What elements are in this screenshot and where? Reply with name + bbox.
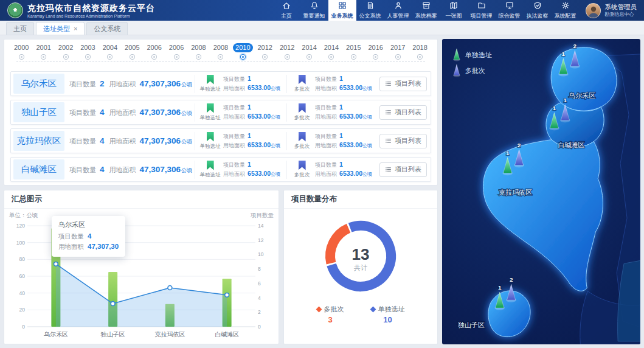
line-point-白碱滩区[interactable] [225,293,229,297]
nav-item-7[interactable]: 一张图 [440,0,468,21]
distribution-card: 项目数量分布 13 共计 多批次3单独选址10 [283,190,438,344]
timeline-year-2006-7[interactable]: 2006 [167,43,186,59]
nav-item-1[interactable]: 主页 [273,0,300,21]
line-point-克拉玛依区[interactable] [168,286,172,290]
user-info[interactable]: 系统管理员 勘测信息中心 [580,0,644,21]
project-list-button[interactable]: 项目列表 [379,77,427,91]
svg-text:6: 6 [258,280,261,287]
nav-item-11[interactable]: 系统配置 [552,0,580,21]
nav-item-label: 公文系统 [359,12,381,20]
list-icon [385,137,392,144]
timeline-year-2008-9[interactable]: 2008 [211,43,230,59]
line-point-乌尔禾区[interactable] [54,262,58,266]
timeline-year-2004-4[interactable]: 2004 [100,43,120,59]
year-label: 2012 [277,43,297,52]
project-list-button-label: 项目列表 [395,108,421,117]
map-district-label: 乌尔禾区 [568,92,595,99]
area-label: 用地面积 [109,165,136,175]
tooltip-label: 用地面积 [58,242,84,252]
nav-item-4[interactable]: 公文系统 [356,0,384,21]
summary-chart-svg[interactable]: 02040608010012002468101214乌尔禾区独山子区克拉玛依区白… [5,221,277,340]
app-subtitle: Karamay Land and Resources Administratio… [27,14,155,18]
legend-label: 单独选址 [378,305,405,314]
nav-item-6[interactable]: 系统档案 [412,0,440,21]
multi-batch-marker[interactable]: 2 [506,276,516,302]
year-label: 2016 [366,43,386,52]
timeline-year-2015-15[interactable]: 2015 [344,43,363,59]
nav-item-10[interactable]: 执法监察 [524,0,552,21]
brand: ★ 克拉玛依市自然资源政务云平台 Karamay Land and Resour… [0,0,162,21]
timeline-year-2000-0[interactable]: 2000 [12,43,31,59]
svg-text:14: 14 [258,223,264,229]
timeline-year-2010-10[interactable]: 2010 [233,43,252,59]
project-list-button[interactable]: 项目列表 [379,162,427,177]
map-district-label: 白碱滩区 [558,141,584,148]
project-list-button[interactable]: 项目列表 [379,134,427,148]
nav-item-2[interactable]: 重要通知 [300,0,328,21]
tab-label: 公文系统 [94,24,120,33]
nav-item-5[interactable]: 人事管理 [384,0,412,21]
legend-value: 3 [328,315,332,324]
project-count-label: 项目数量 [69,108,96,117]
flag-label: 单独选址 [200,172,221,179]
marker-count: 1 [553,105,556,111]
project-count-value: 4 [100,136,105,145]
nav-item-8[interactable]: 项目管理 [468,0,496,21]
sub-area-value: 6533.00公顷 [339,141,372,149]
nav-item-3[interactable]: 业务系统 [328,0,356,21]
tab-2[interactable]: 选址类型× [36,22,85,35]
timeline-year-2003-3[interactable]: 2003 [78,43,97,59]
year-timeline: 2000200120022003200420052006200620082008… [10,43,431,68]
project-count-value: 4 [100,108,105,117]
folder-icon [477,1,486,11]
year-label: 2018 [410,43,429,52]
map-region-1[interactable] [551,47,617,111]
timeline-year-2001-1[interactable]: 2001 [33,43,53,59]
year-dot [418,55,422,59]
nav-item-label: 执法监察 [527,12,549,20]
line-point-独山子区[interactable] [111,302,115,306]
timeline-year-2012-11[interactable]: 2012 [255,43,274,59]
donut-segment-多批次[interactable] [330,228,348,263]
single-site-flag-group: 单独选址 [195,132,221,150]
donut-legend-item[interactable]: 多批次3 [317,305,344,324]
area-value: 47,307,306公顷 [140,108,193,117]
donut-legend-item[interactable]: 单独选址10 [371,305,405,324]
map-region-3[interactable] [483,140,603,291]
timeline-year-2018-18[interactable]: 2018 [410,43,429,59]
person-icon [394,1,403,11]
timeline-year-2012-12[interactable]: 2012 [277,43,297,59]
nav-item-9[interactable]: 综合监管 [496,0,524,21]
timeline-year-2014-13[interactable]: 2014 [299,43,319,59]
timeline-year-2017-17[interactable]: 2017 [388,43,407,59]
sub-project-count-label: 项目数量 [315,75,337,83]
year-label: 2010 [233,43,252,52]
timeline-year-2006-6[interactable]: 2006 [144,43,164,59]
close-tab-icon[interactable]: × [74,26,77,32]
timeline-year-2008-8[interactable]: 2008 [189,43,208,59]
donut-chart-svg[interactable]: 13 共计 [315,212,406,304]
year-dot [373,55,378,59]
tab-1[interactable]: 主页 [6,22,34,35]
distribution-title: 项目数量分布 [284,190,437,209]
sub-project-count-value: 1 [339,132,343,139]
project-list-button-label: 项目列表 [395,165,421,174]
single-site-marker[interactable] [453,49,460,61]
app-title: 克拉玛依市自然资源政务云平台 [27,3,155,14]
green-flag-icon [207,161,214,170]
sub-stats: 项目数量1用地面积6533.00公顷 [315,161,376,178]
sub-area-label: 用地面积 [223,142,245,150]
multi-batch-marker[interactable] [453,64,460,77]
timeline-year-2014-14[interactable]: 2014 [322,43,341,59]
map-panel[interactable]: 单独选址多批次 12乌尔禾区11白碱滩区12克拉玛依区12独山子区 [442,39,640,344]
timeline-year-2002-2[interactable]: 2002 [56,43,75,59]
year-label: 2006 [144,43,164,52]
tab-3[interactable]: 公文系统 [86,22,128,35]
map-svg[interactable]: 单独选址多批次 12乌尔禾区11白碱滩区12克拉玛依区12独山子区 [442,39,640,344]
top-nav: 主页重要通知业务系统公文系统人事管理系统档案一张图项目管理综合监管执法监察系统配… [273,0,580,21]
timeline-year-2005-5[interactable]: 2005 [122,43,142,59]
user-avatar [586,3,601,18]
project-list-button[interactable]: 项目列表 [379,105,427,120]
app: ★ 克拉玛依市自然资源政务云平台 Karamay Land and Resour… [0,0,644,348]
timeline-year-2016-16[interactable]: 2016 [366,43,386,59]
